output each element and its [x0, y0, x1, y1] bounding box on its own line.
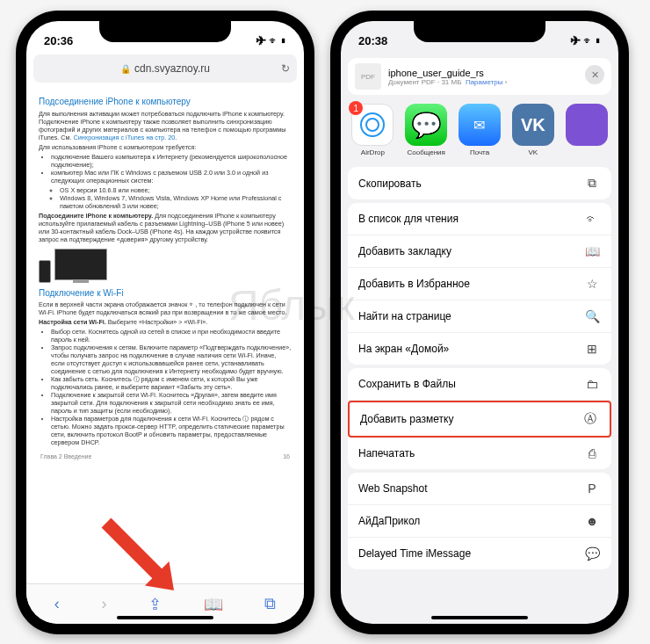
action-add-bookmark[interactable]: Добавить закладку📖 — [348, 235, 611, 268]
notch — [99, 21, 231, 42]
url-text: cdn.svyaznoy.ru — [134, 62, 210, 75]
actions-group-1: Скопировать⧉ — [348, 167, 611, 199]
action-markup[interactable]: Добавить разметкуⒶ — [348, 401, 611, 438]
home-indicator[interactable] — [117, 616, 213, 619]
copy-icon: ⧉ — [583, 176, 601, 191]
search-icon: 🔍 — [583, 309, 601, 323]
status-indicators: ✈ ᯤ ▮ — [256, 35, 286, 46]
print-icon: ⎙ — [583, 446, 601, 460]
lock-icon: 🔒 — [120, 64, 131, 74]
action-print[interactable]: Напечатать⎙ — [348, 438, 611, 469]
smiley-icon: ☻ — [583, 514, 601, 528]
app-vk[interactable]: VK VK — [509, 104, 556, 156]
action-reading-list[interactable]: В список для чтенияᯤ — [348, 203, 611, 235]
p-icon: P — [583, 481, 601, 496]
glasses-icon: ᯤ — [583, 212, 601, 226]
home-indicator[interactable] — [431, 616, 528, 619]
reload-icon[interactable]: ↻ — [281, 62, 290, 75]
action-find-on-page[interactable]: Найти на странице🔍 — [348, 300, 611, 333]
link-itunes-sync[interactable]: Синхронизация с iTunes на стр. 20 — [73, 134, 175, 141]
status-indicators: ✈ ᯤ ▮ — [571, 35, 601, 46]
action-home-screen[interactable]: На экран «Домой»⊞ — [348, 333, 611, 365]
actions-group-3: Сохранить в Файлы🗀 Добавить разметкуⒶ На… — [348, 368, 611, 469]
share-apps-row[interactable]: 1 AirDrop 💬 Сообщения ✉ Почта VK VK — [341, 100, 618, 163]
tabs-button[interactable]: ⧉ — [264, 595, 276, 613]
star-icon: ☆ — [583, 277, 601, 291]
folder-icon: 🗀 — [583, 377, 601, 391]
document-title: iphone_user_guide_rs — [388, 68, 507, 78]
app-mail[interactable]: ✉ Почта — [457, 104, 503, 156]
actions-group-4: Web SnapshotP АйДаПрикол☻ Delayed Time i… — [348, 473, 611, 569]
heading-wifi: Подключение к Wi-Fi — [39, 288, 292, 300]
app-airdrop[interactable]: 1 AirDrop — [350, 104, 396, 156]
footer-chapter: Глава 2 Введение — [40, 453, 91, 461]
share-header: PDF iphone_user_guide_rs Документ PDF · … — [348, 58, 611, 95]
document-thumbnail: PDF — [355, 63, 381, 90]
action-delayed-imessage[interactable]: Delayed Time iMessage💬 — [348, 538, 611, 569]
status-time: 20:36 — [44, 34, 73, 47]
phone-left: 20:36 ✈ ᯤ ▮ 🔒 cdn.svyaznoy.ru ↻ Подсоеди… — [16, 11, 314, 634]
app-messages[interactable]: 💬 Сообщения — [403, 104, 450, 156]
action-web-snapshot[interactable]: Web SnapshotP — [348, 473, 611, 505]
back-button[interactable]: ‹ — [54, 595, 60, 613]
phone-right: 20:38 ✈ ᯤ ▮ PDF iphone_user_guide_rs Док… — [330, 11, 629, 634]
close-button[interactable]: ✕ — [585, 65, 604, 84]
airdrop-badge: 1 — [349, 101, 363, 115]
devices-illustration — [39, 249, 292, 283]
action-save-files[interactable]: Сохранить в Файлы🗀 — [348, 368, 611, 401]
chat-icon: 💬 — [583, 546, 601, 561]
url-bar[interactable]: 🔒 cdn.svyaznoy.ru ↻ — [33, 54, 297, 83]
markup-icon: Ⓐ — [581, 411, 599, 427]
notch — [414, 21, 545, 42]
status-time: 20:38 — [358, 34, 387, 47]
action-aidaprikol[interactable]: АйДаПрикол☻ — [348, 505, 611, 538]
book-icon: 📖 — [583, 244, 601, 258]
heading-connect-computer: Подсоединение iPhone к компьютеру — [39, 97, 292, 108]
annotation-arrow — [97, 513, 193, 613]
action-copy[interactable]: Скопировать⧉ — [348, 167, 611, 199]
plus-square-icon: ⊞ — [583, 342, 601, 356]
footer-page: 16 — [283, 453, 290, 461]
app-more[interactable] — [563, 104, 610, 156]
page-content[interactable]: Подсоединение iPhone к компьютеру Для вы… — [26, 88, 304, 580]
options-link[interactable]: Параметры — [466, 78, 503, 86]
bookmarks-button[interactable]: 📖 — [204, 595, 223, 614]
action-add-favorite[interactable]: Добавить в Избранное☆ — [348, 268, 611, 300]
actions-group-2: В список для чтенияᯤ Добавить закладку📖 … — [348, 203, 611, 365]
